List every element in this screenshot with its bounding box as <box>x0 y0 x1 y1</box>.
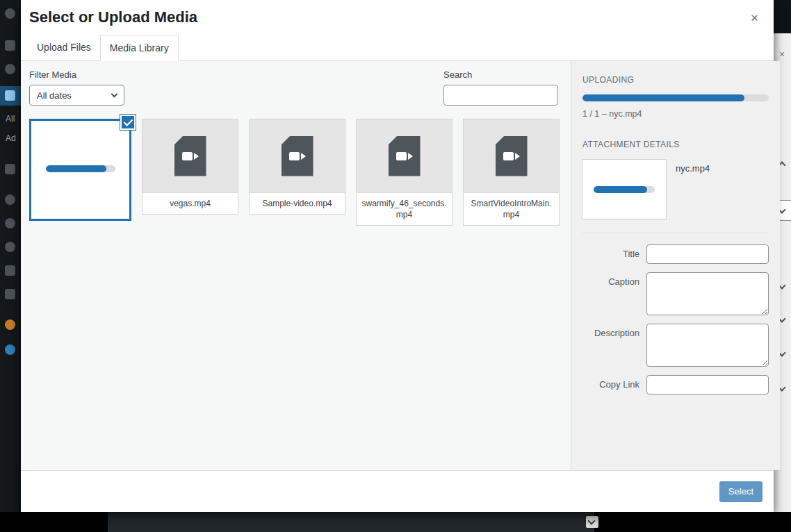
plugin-orange-icon[interactable] <box>5 319 15 330</box>
media-item[interactable]: SmartVideoIntroMain.mp4 <box>463 119 560 226</box>
settings-icon[interactable] <box>5 289 15 299</box>
video-file-icon <box>174 136 206 176</box>
description-label: Description <box>582 324 639 367</box>
upload-count: 1 / 1 <box>582 109 599 119</box>
media-item-preview <box>250 119 345 193</box>
search-label: Search <box>443 69 558 80</box>
video-file-icon <box>282 136 313 176</box>
attachment-settings: Title Caption Description Copy Link <box>582 244 769 394</box>
uploading-heading: UPLOADING <box>582 75 769 85</box>
media-item-filename: SmartVideoIntroMain.mp4 <box>464 193 559 225</box>
chevron-down-icon <box>587 517 595 524</box>
plugins-icon[interactable] <box>5 218 15 228</box>
background-select-fragment[interactable] <box>586 516 598 528</box>
submenu-label-all[interactable]: All <box>6 114 15 124</box>
attachment-details-heading: ATTACHMENT DETAILS <box>582 140 769 149</box>
background-topbar-fragment <box>774 0 791 33</box>
caption-field[interactable] <box>646 272 769 315</box>
attachment-info: nyc.mp4 <box>582 160 769 233</box>
modal-footer: Select <box>21 470 774 512</box>
check-icon[interactable] <box>120 115 136 130</box>
title-label: Title <box>582 244 639 264</box>
media-toolbar: Filter Media All dates Search <box>29 69 560 106</box>
dismiss-notice-icon[interactable]: × <box>779 49 785 60</box>
media-icon[interactable] <box>5 40 15 51</box>
setting-row-description: Description <box>582 324 769 367</box>
upload-filename: nyc.mp4 <box>609 109 642 119</box>
comments-icon[interactable] <box>5 164 15 174</box>
media-item-uploading-selected[interactable] <box>29 119 131 221</box>
posts-icon[interactable] <box>5 64 15 74</box>
media-router: Upload Files Media Library <box>21 35 774 61</box>
tools-icon[interactable] <box>5 265 15 276</box>
description-field[interactable] <box>646 324 769 367</box>
media-item-preview <box>464 119 559 193</box>
video-camera-glyph <box>503 152 520 160</box>
tab-upload-files[interactable]: Upload Files <box>28 35 100 60</box>
filter-group: Filter Media All dates <box>29 69 124 106</box>
submenu-label-add[interactable]: Ad <box>6 133 16 143</box>
upload-progress-bar <box>46 165 115 172</box>
video-file-icon <box>496 136 528 176</box>
media-item-preview <box>142 119 238 193</box>
copy-link-label: Copy Link <box>582 375 639 394</box>
video-camera-glyph <box>182 152 199 160</box>
video-camera-glyph <box>396 152 413 160</box>
media-sidebar: UPLOADING 1 / 1 – nyc.mp4 ATTACHMENT DET… <box>571 61 780 470</box>
background-page-bottom <box>0 512 791 532</box>
media-item[interactable]: swarmify_46_seconds.mp4 <box>356 119 452 226</box>
background-footer-fragment <box>108 512 594 532</box>
modal-content: Filter Media All dates Search <box>21 61 774 470</box>
select-button[interactable]: Select <box>719 481 763 502</box>
wp-admin-sidebar: All Ad <box>0 0 21 532</box>
copy-link-field[interactable] <box>646 375 769 394</box>
modal-header: Select or Upload Media × <box>21 0 774 35</box>
close-icon[interactable]: × <box>747 10 763 26</box>
uploading-progress-bar <box>582 94 769 101</box>
users-icon[interactable] <box>5 242 15 252</box>
setting-row-copy-link: Copy Link <box>582 375 769 394</box>
appearance-icon[interactable] <box>5 194 15 205</box>
search-input[interactable] <box>443 85 558 106</box>
media-item-filename: vegas.mp4 <box>142 193 238 214</box>
upload-separator: – <box>602 109 607 119</box>
title-field[interactable] <box>646 244 769 264</box>
filter-media-label: Filter Media <box>29 69 124 80</box>
caption-label: Caption <box>582 272 639 315</box>
modal-title: Select or Upload Media <box>29 8 197 26</box>
smartvideo-plugin-icon[interactable] <box>5 344 15 355</box>
pages-icon[interactable] <box>5 90 15 101</box>
tab-media-library[interactable]: Media Library <box>100 35 179 61</box>
attachment-filename: nyc.mp4 <box>676 163 710 219</box>
attachments-browser: Filter Media All dates Search <box>21 61 571 470</box>
media-modal: Select or Upload Media × Upload Files Me… <box>21 0 774 512</box>
date-filter-value: All dates <box>37 90 72 101</box>
date-filter-select[interactable]: All dates <box>29 85 124 106</box>
search-group: Search <box>443 69 560 106</box>
dashboard-icon[interactable] <box>5 8 15 19</box>
attachments-grid: vegas.mp4 Sample-video.mp4 <box>29 119 560 226</box>
media-item[interactable]: vegas.mp4 <box>142 119 238 215</box>
setting-row-title: Title <box>582 244 769 264</box>
media-item-preview <box>357 119 452 193</box>
thumbnail-progress-bar <box>594 186 655 193</box>
setting-row-caption: Caption <box>582 272 769 315</box>
media-item-filename: swarmify_46_seconds.mp4 <box>357 193 452 225</box>
chevron-down-icon <box>111 91 118 98</box>
upload-status: 1 / 1 – nyc.mp4 <box>582 109 769 119</box>
video-camera-glyph <box>289 152 306 160</box>
attachment-thumbnail <box>582 160 666 219</box>
media-item-filename: Sample-video.mp4 <box>250 193 345 214</box>
media-item[interactable]: Sample-video.mp4 <box>249 119 345 215</box>
video-file-icon <box>389 136 421 176</box>
